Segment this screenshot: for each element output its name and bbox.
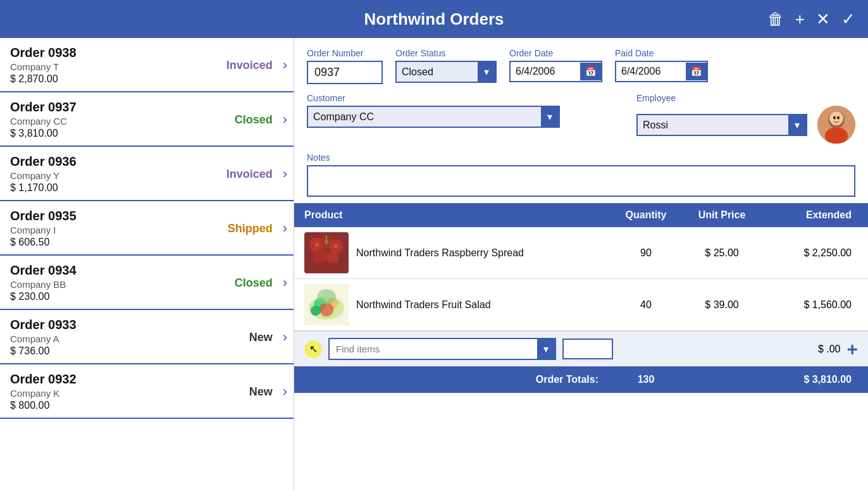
order-list-item[interactable]: Order 0932 Company K $ 800.00 New ›: [0, 364, 294, 419]
product-image: [304, 284, 349, 325]
order-info: Order 0936 Company Y $ 1,170.00: [10, 154, 216, 194]
employee-group: Employee Rossi ▾: [636, 93, 855, 144]
order-date-wrapper[interactable]: 📅: [509, 61, 602, 82]
order-amount: $ 736.00: [10, 345, 216, 357]
order-status: Closed: [216, 113, 273, 127]
table-header: Product Quantity Unit Price Extended: [294, 203, 868, 227]
add-item-qty-input[interactable]: [562, 339, 613, 359]
order-chevron-icon[interactable]: ›: [283, 111, 287, 128]
employee-select[interactable]: Rossi: [638, 116, 788, 134]
notes-textarea[interactable]: [307, 165, 855, 197]
cancel-icon[interactable]: ✕: [816, 9, 830, 29]
order-info: Order 0937 Company CC $ 3,810.00: [10, 100, 216, 139]
cursor-icon: ↖: [304, 340, 322, 358]
order-info: Order 0935 Company I $ 606.50: [10, 209, 216, 248]
svg-point-25: [311, 306, 321, 316]
order-name: Order 0933: [10, 318, 216, 332]
svg-point-18: [311, 262, 342, 272]
product-image: [304, 232, 349, 273]
customer-select[interactable]: Company CC: [308, 108, 541, 126]
paid-date-label: Paid Date: [615, 48, 708, 58]
order-status-select[interactable]: Closed Invoiced Shipped New: [397, 63, 478, 81]
order-date-input[interactable]: [511, 62, 580, 81]
order-name: Order 0937: [10, 100, 216, 115]
order-status-dropdown-btn[interactable]: ▾: [478, 62, 495, 82]
order-number-input[interactable]: [307, 61, 383, 84]
order-status: Shipped: [216, 222, 273, 235]
add-icon[interactable]: +: [795, 9, 805, 29]
main-layout: Order 0938 Company T $ 2,870.00 Invoiced…: [0, 38, 868, 491]
totals-extended: $ 3,810.00: [763, 374, 858, 385]
order-date-calendar-btn[interactable]: 📅: [580, 63, 601, 80]
order-number-label: Order Number: [307, 48, 383, 58]
detail-panel: Order Number Order Status Closed Invoice…: [294, 38, 868, 491]
form-row-1: Order Number Order Status Closed Invoice…: [307, 48, 855, 84]
paid-date-input[interactable]: [616, 62, 686, 81]
customer-label: Customer: [307, 93, 624, 103]
order-company: Company CC: [10, 116, 216, 127]
order-amount: $ 2,870.00: [10, 73, 216, 85]
order-company: Company BB: [10, 279, 216, 290]
svg-point-15: [315, 243, 319, 247]
order-company: Company T: [10, 61, 216, 72]
order-form: Order Number Order Status Closed Invoice…: [294, 38, 868, 203]
find-items-input[interactable]: [330, 339, 537, 359]
order-list-item[interactable]: Order 0936 Company Y $ 1,170.00 Invoiced…: [0, 147, 294, 201]
svg-point-26: [317, 289, 336, 304]
order-name: Order 0935: [10, 209, 216, 223]
order-list-item[interactable]: Order 0933 Company A $ 736.00 New ›: [0, 310, 294, 364]
products-section: Product Quantity Unit Price Extended Nor…: [294, 203, 868, 491]
order-number-group: Order Number: [307, 48, 383, 84]
employee-dropdown-btn[interactable]: ▾: [788, 115, 806, 135]
totals-row: Order Totals: 130 $ 3,810.00: [294, 366, 868, 393]
order-list-item[interactable]: Order 0938 Company T $ 2,870.00 Invoiced…: [0, 38, 294, 92]
order-name: Order 0938: [10, 46, 216, 60]
customer-group: Customer Company CC ▾: [307, 93, 624, 128]
totals-qty: 130: [611, 374, 681, 385]
svg-point-13: [313, 249, 328, 264]
order-list-item[interactable]: Order 0935 Company I $ 606.50 Shipped ›: [0, 201, 294, 256]
order-company: Company A: [10, 333, 216, 344]
order-chevron-icon[interactable]: ›: [283, 220, 287, 237]
order-status-dropdown[interactable]: Closed Invoiced Shipped New ▾: [395, 61, 497, 83]
order-date-group: Order Date 📅: [509, 48, 602, 82]
order-company: Company I: [10, 225, 216, 235]
order-list-item[interactable]: Order 0937 Company CC $ 3,810.00 Closed …: [0, 92, 294, 147]
order-status-group: Order Status Closed Invoiced Shipped New…: [395, 48, 497, 83]
add-item-button[interactable]: +: [846, 339, 858, 360]
order-date-label: Order Date: [509, 48, 602, 58]
product-extended-price: $ 2,250.00: [763, 247, 858, 259]
totals-label: Order Totals:: [304, 374, 598, 385]
order-chevron-icon[interactable]: ›: [283, 166, 287, 182]
order-status: Invoiced: [216, 168, 273, 181]
order-info: Order 0932 Company K $ 800.00: [10, 372, 216, 411]
order-status: Closed: [216, 277, 273, 290]
svg-rect-8: [828, 130, 845, 137]
order-chevron-icon[interactable]: ›: [283, 57, 287, 73]
notes-group: Notes: [307, 152, 855, 197]
product-quantity: 90: [611, 247, 681, 259]
order-info: Order 0938 Company T $ 2,870.00: [10, 46, 216, 85]
confirm-icon[interactable]: ✓: [841, 9, 855, 29]
order-list-item[interactable]: Order 0934 Company BB $ 230.00 Closed ›: [0, 256, 294, 310]
order-chevron-icon[interactable]: ›: [283, 329, 287, 345]
customer-dropdown[interactable]: Company CC ▾: [307, 106, 560, 128]
delete-icon[interactable]: 🗑: [767, 9, 784, 29]
employee-label: Employee: [636, 93, 855, 103]
app-title: Northwind Orders: [364, 9, 504, 29]
find-items-wrapper[interactable]: ▾: [328, 338, 556, 360]
employee-avatar: [817, 106, 855, 144]
order-chevron-icon[interactable]: ›: [283, 275, 287, 291]
find-items-dropdown-btn[interactable]: ▾: [537, 339, 555, 359]
customer-dropdown-btn[interactable]: ▾: [541, 107, 559, 127]
order-name: Order 0932: [10, 372, 216, 387]
order-amount: $ 606.50: [10, 237, 216, 248]
paid-date-calendar-btn[interactable]: 📅: [686, 63, 707, 80]
add-item-row: ↖ ▾ $ .00 +: [294, 331, 868, 366]
svg-point-24: [319, 302, 333, 316]
form-row-2: Customer Company CC ▾ Employee Rossi: [307, 93, 855, 144]
col-extended-header: Extended: [763, 209, 858, 221]
employee-dropdown[interactable]: Rossi ▾: [636, 114, 807, 136]
order-chevron-icon[interactable]: ›: [283, 383, 287, 400]
paid-date-wrapper[interactable]: 📅: [615, 61, 708, 82]
